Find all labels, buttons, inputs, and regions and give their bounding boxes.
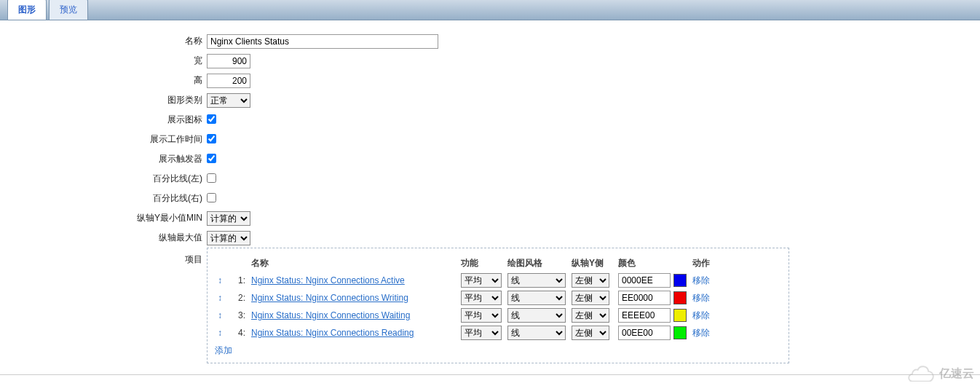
label-show-worktime: 展示工作时间 [0,133,207,146]
drag-handle-icon[interactable]: ↕ [218,275,222,285]
name-input[interactable] [207,34,438,49]
item-index: 3: [231,310,245,320]
remove-link[interactable]: 移除 [692,293,710,303]
item-color-input[interactable] [618,273,671,288]
label-percent-right: 百分比线(右) [0,192,207,205]
ymax-select[interactable]: 计算的 [207,231,250,245]
form-area: 名称 宽 高 图形类别 正常 展示图标 展示工作时间 展示触发器 [0,20,980,375]
height-input[interactable] [207,74,250,88]
show-triggers-checkbox[interactable] [207,154,216,163]
items-header-name: 名称 [251,257,455,269]
watermark: 亿速云 [907,366,974,375]
item-style-select[interactable]: 线 [507,273,566,288]
item-yside-select[interactable]: 左侧 [572,273,609,288]
item-func-select[interactable]: 平均 [461,273,502,288]
label-items: 项目 [0,248,207,266]
items-box: 名称 功能 绘图风格 纵轴Y侧 颜色 动作 ↕1:Nginx Status: N… [207,248,789,363]
label-name: 名称 [0,35,207,47]
item-style-select[interactable]: 线 [507,308,566,323]
drag-handle-icon[interactable]: ↕ [218,328,222,338]
percent-right-checkbox[interactable] [207,193,216,202]
graph-type-select[interactable]: 正常 [207,93,250,108]
color-swatch[interactable] [673,309,687,322]
tab-preview[interactable]: 预览 [49,0,88,20]
label-ymax: 纵轴最大值 [0,232,207,244]
item-index: 4: [231,328,245,338]
label-graph-type: 图形类别 [0,94,207,106]
color-swatch[interactable] [673,326,687,339]
width-input[interactable] [207,54,250,68]
remove-link[interactable]: 移除 [692,328,710,338]
item-color-input[interactable] [618,291,671,305]
add-item-link[interactable]: 添加 [215,345,232,355]
table-row: ↕1:Nginx Status: Nginx Connections Activ… [215,272,781,289]
tab-bar: 图形 预览 [0,0,980,20]
label-height: 高 [0,74,207,87]
items-header-style: 绘图风格 [507,257,566,269]
item-style-select[interactable]: 线 [507,291,566,305]
label-show-legend: 展示图标 [0,114,207,126]
remove-link[interactable]: 移除 [692,275,710,285]
label-ymin: 纵轴Y最小值MIN [0,212,207,224]
label-show-triggers: 展示触发器 [0,153,207,165]
item-color-input[interactable] [618,308,671,323]
items-header-action: 动作 [692,257,722,269]
item-style-select[interactable]: 线 [507,326,566,340]
items-header-color: 颜色 [618,257,687,269]
item-color-input[interactable] [618,326,671,340]
label-percent-left: 百分比线(左) [0,173,207,185]
drag-handle-icon[interactable]: ↕ [218,293,222,303]
remove-link[interactable]: 移除 [692,310,710,320]
item-yside-select[interactable]: 左侧 [572,326,609,340]
show-worktime-checkbox[interactable] [207,134,216,143]
item-name-link[interactable]: Nginx Status: Nginx Connections Reading [251,328,414,338]
item-func-select[interactable]: 平均 [461,291,502,305]
percent-left-checkbox[interactable] [207,173,216,183]
table-row: ↕2:Nginx Status: Nginx Connections Writi… [215,289,781,307]
item-name-link[interactable]: Nginx Status: Nginx Connections Active [251,275,405,285]
table-row: ↕3:Nginx Status: Nginx Connections Waiti… [215,307,781,324]
drag-handle-icon[interactable]: ↕ [218,310,222,320]
item-index: 1: [231,275,245,285]
label-width: 宽 [0,55,207,67]
cloud-icon [907,366,935,375]
item-func-select[interactable]: 平均 [461,326,502,340]
item-index: 2: [231,293,245,303]
item-yside-select[interactable]: 左侧 [572,308,609,323]
tab-graph[interactable]: 图形 [7,0,47,20]
item-func-select[interactable]: 平均 [461,308,502,323]
color-swatch[interactable] [673,291,687,304]
items-header-yside: 纵轴Y侧 [572,257,612,269]
items-header-func: 功能 [461,257,502,269]
item-yside-select[interactable]: 左侧 [572,291,609,305]
item-name-link[interactable]: Nginx Status: Nginx Connections Writing [251,293,408,303]
color-swatch[interactable] [673,274,687,287]
item-name-link[interactable]: Nginx Status: Nginx Connections Waiting [251,310,410,320]
ymin-select[interactable]: 计算的 [207,211,250,226]
table-row: ↕4:Nginx Status: Nginx Connections Readi… [215,324,781,342]
show-legend-checkbox[interactable] [207,114,216,124]
